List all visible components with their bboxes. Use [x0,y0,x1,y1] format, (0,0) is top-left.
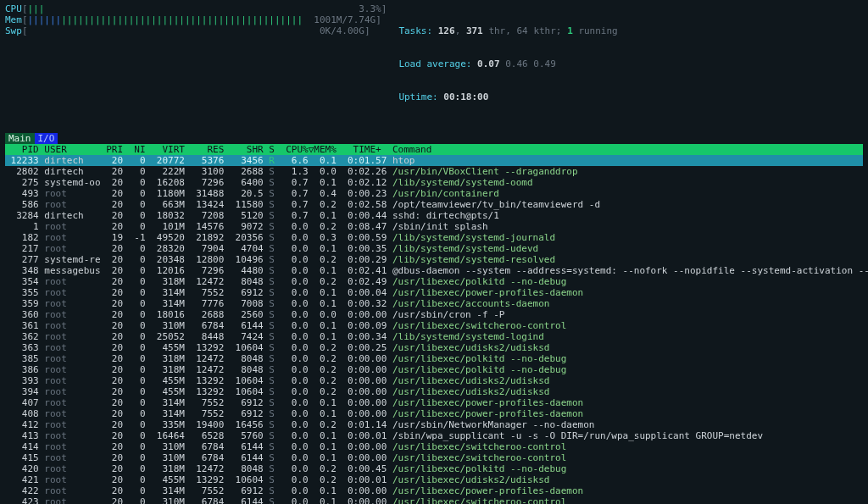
process-row[interactable]: 2802 dirtech 20 0 222M 3100 2688 S 1.3 0… [5,166,863,177]
process-row[interactable]: 386 root 20 0 318M 12472 8048 S 0.0 0.2 … [5,364,863,375]
process-row[interactable]: 363 root 20 0 455M 13292 10604 S 0.0 0.2… [5,342,863,353]
tabs: MainI/O [5,133,863,144]
process-list[interactable]: 12233 dirtech 20 0 20772 5376 3456 R 6.6… [5,155,863,504]
process-row[interactable]: 394 root 20 0 455M 13292 10604 S 0.0 0.2… [5,386,863,397]
mem-meter: Mem[||||||||||||||||||||||||||||||||||||… [5,14,387,25]
process-row[interactable]: 414 root 20 0 310M 6784 6144 S 0.0 0.1 0… [5,441,863,452]
stats: Tasks: 126, 371 thr, 64 kthr; 1 running … [398,3,863,125]
process-row[interactable]: 493 root 20 0 1180M 31488 20.5 S 0.7 0.4… [5,188,863,199]
process-row[interactable]: 362 root 20 0 25052 8448 7424 S 0.0 0.1 … [5,331,863,342]
process-row[interactable]: 12233 dirtech 20 0 20772 5376 3456 R 6.6… [5,155,863,166]
tab-main[interactable]: Main [5,133,35,144]
process-row[interactable]: 385 root 20 0 318M 12472 8048 S 0.0 0.2 … [5,353,863,364]
process-row[interactable]: 359 root 20 0 314M 7776 7008 S 0.0 0.1 0… [5,298,863,309]
process-row[interactable]: 360 root 20 0 18016 2688 2560 S 0.0 0.0 … [5,309,863,320]
process-row[interactable]: 415 root 20 0 310M 6784 6144 S 0.0 0.1 0… [5,452,863,463]
swp-meter: Swp[ 0K/4.00G] [5,25,387,36]
cpu-meter: CPU[||| 3.3%] [5,3,387,14]
process-row[interactable]: 423 root 20 0 310M 6784 6144 S 0.0 0.1 0… [5,496,863,504]
process-row[interactable]: 217 root 20 0 28320 7904 4704 S 0.0 0.1 … [5,243,863,254]
process-row[interactable]: 407 root 20 0 314M 7552 6912 S 0.0 0.1 0… [5,397,863,408]
process-row[interactable]: 393 root 20 0 455M 13292 10604 S 0.0 0.2… [5,375,863,386]
process-row[interactable]: 586 root 20 0 663M 13424 11580 S 0.7 0.2… [5,199,863,210]
process-row[interactable]: 275 systemd-oo 20 0 16208 7296 6400 S 0.… [5,177,863,188]
process-row[interactable]: 422 root 20 0 314M 7552 6912 S 0.0 0.1 0… [5,485,863,496]
process-row[interactable]: 348 messagebus 20 0 12016 7296 4480 S 0.… [5,265,863,276]
process-row[interactable]: 1 root 20 0 101M 14576 9072 S 0.0 0.2 0:… [5,221,863,232]
process-row[interactable]: 361 root 20 0 310M 6784 6144 S 0.0 0.1 0… [5,320,863,331]
process-row[interactable]: 354 root 20 0 318M 12472 8048 S 0.0 0.2 … [5,276,863,287]
meters: CPU[||| 3.3%] Mem[||||||||||||||||||||||… [5,3,387,125]
column-header[interactable]: PID USER PRI NI VIRT RES SHR S CPU%▽MEM%… [5,144,863,155]
process-row[interactable]: 182 root 19 -1 49520 21892 20356 S 0.0 0… [5,232,863,243]
process-row[interactable]: 420 root 20 0 318M 12472 8048 S 0.0 0.2 … [5,463,863,474]
process-row[interactable]: 421 root 20 0 455M 13292 10604 S 0.0 0.2… [5,474,863,485]
process-row[interactable]: 412 root 20 0 335M 19400 16456 S 0.0 0.2… [5,419,863,430]
process-row[interactable]: 355 root 20 0 314M 7552 6912 S 0.0 0.1 0… [5,287,863,298]
process-row[interactable]: 413 root 20 0 16464 6528 5760 S 0.0 0.1 … [5,430,863,441]
process-row[interactable]: 277 systemd-re 20 0 20348 12800 10496 S … [5,254,863,265]
top-panel: CPU[||| 3.3%] Mem[||||||||||||||||||||||… [5,3,863,125]
process-row[interactable]: 408 root 20 0 314M 7552 6912 S 0.0 0.1 0… [5,408,863,419]
process-row[interactable]: 3284 dirtech 20 0 18032 7208 5120 S 0.7 … [5,210,863,221]
tab-io[interactable]: I/O [35,133,58,144]
